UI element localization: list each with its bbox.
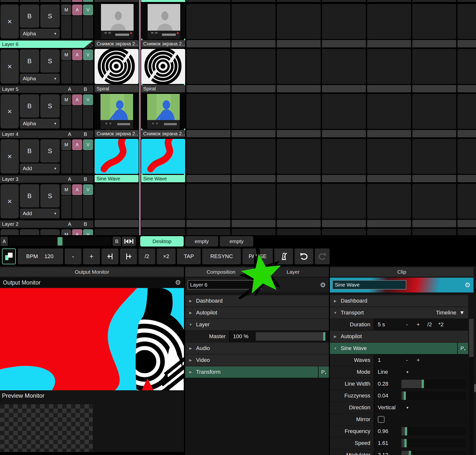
layer-master-button[interactable]: M bbox=[61, 184, 71, 195]
clip-duration-step-button[interactable]: *2 bbox=[436, 321, 445, 328]
composition-dashboard-section[interactable]: ▶Dashboard bbox=[185, 295, 329, 307]
layer-clear-button[interactable]: × bbox=[0, 94, 19, 128]
clip-cell-empty[interactable] bbox=[412, 139, 456, 182]
layer-master-button[interactable]: M bbox=[61, 139, 71, 150]
layer-name-label[interactable]: Layer 6 bbox=[0, 41, 93, 48]
clip-cell-empty[interactable] bbox=[412, 229, 456, 235]
redo-button[interactable] bbox=[315, 248, 330, 264]
layer-bypass-button[interactable]: B bbox=[20, 229, 39, 235]
clip-duration-step-button[interactable]: + bbox=[414, 321, 423, 328]
clip-cell-empty[interactable] bbox=[322, 49, 366, 92]
clip-cell-empty[interactable] bbox=[186, 184, 230, 227]
clip-name-input[interactable] bbox=[332, 280, 406, 290]
clip-cell--2-[interactable]: Снимок экрана 2… bbox=[141, 94, 185, 137]
clip-cell-spiral[interactable]: Spiral bbox=[95, 49, 139, 92]
layer-a-button[interactable]: A bbox=[72, 4, 82, 15]
layer-v-button[interactable]: V bbox=[83, 139, 93, 150]
layer-a-button[interactable]: A bbox=[72, 49, 82, 60]
layer-bypass-button[interactable]: B bbox=[20, 49, 39, 73]
clip-cell-empty[interactable] bbox=[232, 49, 276, 92]
layer-v-button[interactable]: V bbox=[83, 49, 93, 60]
layer-v-button[interactable]: V bbox=[83, 4, 93, 15]
clip-cell--2-[interactable]: Снимок экрана 2… bbox=[95, 4, 139, 47]
layer-clear-button[interactable]: × bbox=[0, 4, 19, 39]
layer-blend-dropdown[interactable]: Alpha▼ bbox=[20, 119, 60, 128]
clip-speed-value[interactable]: 1.61 bbox=[378, 440, 402, 446]
layer-name-label[interactable]: Layer 5AB bbox=[0, 85, 93, 93]
layer-v-button[interactable]: V bbox=[83, 229, 93, 235]
clip-cell-empty[interactable] bbox=[322, 184, 366, 227]
layer-clear-button[interactable]: × bbox=[0, 49, 19, 83]
clip-cell-empty[interactable] bbox=[412, 94, 456, 137]
clip-cell-empty[interactable] bbox=[367, 184, 411, 227]
layer-master-button[interactable]: M bbox=[61, 229, 71, 235]
clip-speed-slider[interactable] bbox=[401, 439, 466, 447]
layer-a-button[interactable]: A bbox=[72, 139, 82, 150]
clip-cell-empty[interactable] bbox=[322, 4, 366, 47]
bpm-half-button[interactable]: /2 bbox=[139, 248, 155, 264]
layer-blend-dropdown[interactable]: Alpha▼ bbox=[20, 29, 60, 39]
composition-master-slider[interactable] bbox=[256, 332, 326, 341]
layer-clear-button[interactable]: × bbox=[0, 184, 19, 218]
clip-direction-value[interactable]: Vertical bbox=[378, 404, 402, 411]
clip-waves-step-button[interactable]: - bbox=[402, 357, 411, 363]
clip-cell-empty[interactable] bbox=[277, 184, 321, 227]
clip-cell-empty[interactable] bbox=[186, 4, 230, 47]
clip-cell-empty[interactable] bbox=[367, 49, 411, 92]
slider-handle[interactable] bbox=[409, 451, 411, 455]
layer-solo-button[interactable]: S bbox=[40, 139, 60, 163]
clip-tab[interactable]: Clip bbox=[330, 267, 474, 277]
layer-a-button[interactable]: A bbox=[72, 229, 82, 235]
clip-cell-empty[interactable] bbox=[277, 4, 321, 47]
composition-master-value[interactable]: 100 % bbox=[233, 333, 258, 340]
composition-audio-section[interactable]: ▶Audio bbox=[185, 343, 329, 354]
clip-modulator-value[interactable]: 2.12 bbox=[378, 452, 402, 455]
clip-panel-scrollbar[interactable] bbox=[469, 319, 474, 455]
slider-handle[interactable] bbox=[422, 380, 424, 388]
clip-cell-empty[interactable] bbox=[186, 94, 230, 137]
clip-cell-empty[interactable] bbox=[232, 139, 276, 182]
clip-gear-icon[interactable]: ⚙ bbox=[465, 282, 471, 289]
clip-line-width-value[interactable]: 0.28 bbox=[378, 381, 402, 387]
bpm-minus-button[interactable]: - bbox=[65, 248, 81, 264]
clip-sine-wave-section[interactable]: ▼Sine WaveP▾ bbox=[330, 343, 468, 354]
clip-mirror-checkbox[interactable] bbox=[378, 416, 385, 423]
bpm-display[interactable]: BPM 120 bbox=[18, 248, 63, 264]
clip-cell-empty[interactable] bbox=[277, 94, 321, 137]
chevron-down-icon[interactable]: ▼ bbox=[406, 406, 409, 410]
clip-cell-empty[interactable] bbox=[457, 94, 476, 137]
layer-solo-button[interactable]: S bbox=[40, 229, 60, 235]
output-monitor-tab[interactable]: Output Monitor bbox=[0, 267, 184, 277]
layer-blend-dropdown[interactable]: Add▼ bbox=[20, 208, 60, 218]
undo-button[interactable] bbox=[295, 248, 313, 264]
clip-cell-empty[interactable] bbox=[457, 4, 476, 47]
layer-clear-button[interactable]: × bbox=[0, 139, 19, 173]
slider-handle[interactable] bbox=[404, 392, 406, 400]
layer-name-label[interactable]: Layer 4AB bbox=[0, 130, 93, 138]
clip-cell-empty[interactable] bbox=[232, 229, 276, 235]
clip-mode-value[interactable]: Line bbox=[378, 369, 402, 375]
clip-cell-empty[interactable] bbox=[141, 229, 185, 235]
clip-cell-empty[interactable] bbox=[141, 184, 185, 227]
layer-solo-button[interactable]: S bbox=[40, 4, 60, 28]
layer-name-label[interactable]: Layer 3AB bbox=[0, 175, 93, 183]
composition-layer-section[interactable]: ▼Layer bbox=[185, 319, 329, 330]
slider-handle[interactable] bbox=[405, 427, 407, 435]
layer-gear-icon[interactable]: ⚙ bbox=[320, 282, 326, 289]
layer-bypass-button[interactable]: B bbox=[20, 139, 39, 163]
bpm-double-button[interactable]: ×2 bbox=[157, 248, 176, 264]
crossfader-assign-b[interactable]: B bbox=[80, 220, 90, 228]
nudge-up-button[interactable] bbox=[120, 248, 137, 264]
slider-handle[interactable] bbox=[404, 439, 407, 447]
clip-cell-empty[interactable] bbox=[186, 139, 230, 182]
clip-cell-empty[interactable] bbox=[367, 229, 411, 235]
layer-clear-button[interactable]: × bbox=[0, 229, 19, 235]
clip-cell-empty[interactable] bbox=[367, 4, 411, 47]
clip-cell-empty[interactable] bbox=[277, 229, 321, 235]
crossfader-assign-b[interactable]: B bbox=[80, 130, 90, 138]
layer-bypass-button[interactable]: B bbox=[20, 94, 39, 118]
layer-master-button[interactable]: M bbox=[61, 94, 71, 105]
clip-waves-value[interactable]: 1 bbox=[378, 357, 402, 363]
clip-cell-empty[interactable] bbox=[457, 229, 476, 235]
clip-duration-step-button[interactable]: /2 bbox=[425, 321, 434, 328]
